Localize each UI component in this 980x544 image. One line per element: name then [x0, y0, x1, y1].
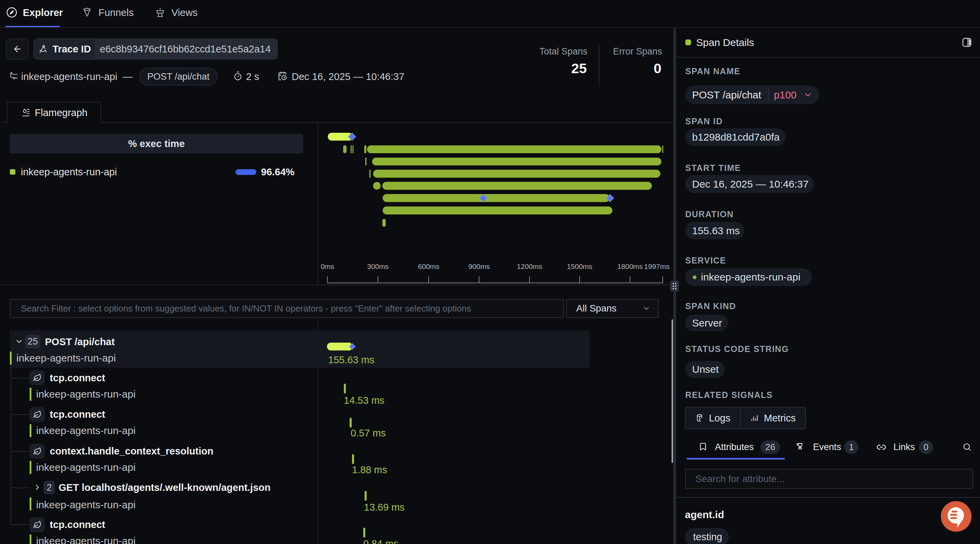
svg-text:900ms: 900ms [468, 262, 490, 270]
svg-text:1200ms: 1200ms [517, 262, 542, 270]
svg-text:600ms: 600ms [418, 262, 439, 270]
svg-text:1500ms: 1500ms [567, 262, 593, 270]
svg-text:0ms: 0ms [321, 262, 334, 270]
svg-text:1800ms: 1800ms [617, 262, 643, 270]
svg-text:1997ms: 1997ms [644, 262, 670, 270]
svg-text:300ms: 300ms [367, 262, 388, 270]
